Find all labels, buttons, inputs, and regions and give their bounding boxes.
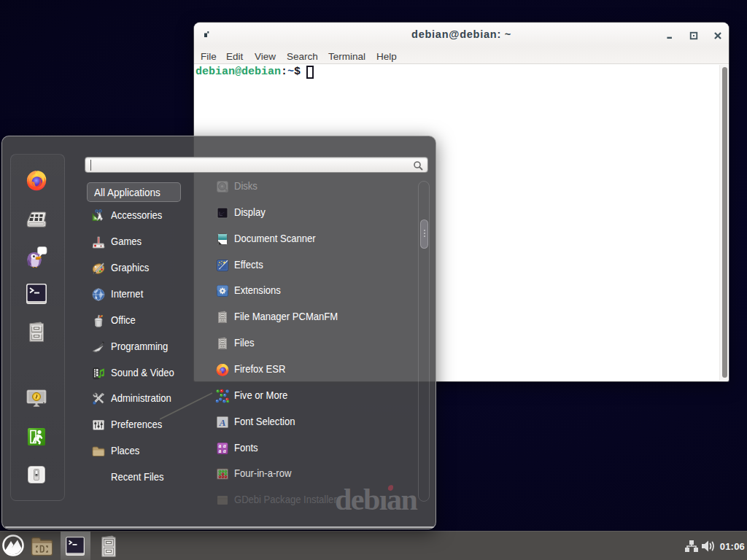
svg-text:a: a [223,448,226,454]
svg-text:a: a [219,448,222,454]
svg-text:A: A [219,416,226,427]
